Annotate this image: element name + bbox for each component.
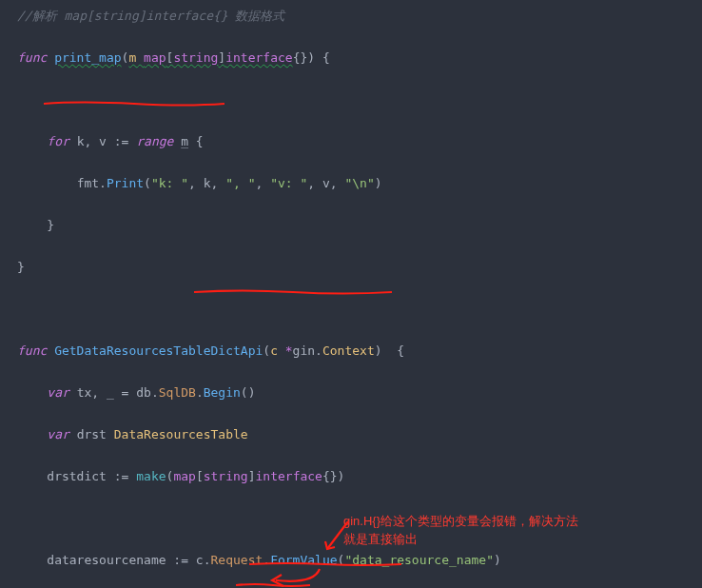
code-line: drstdict := make(map[string]interface{}) xyxy=(17,466,702,487)
code-line: func print_map(m map[string]interface{})… xyxy=(17,48,702,69)
code-block: //解析 map[string]interface{} 数据格式 func pr… xyxy=(0,0,702,588)
code-line: for k, v := range m { xyxy=(17,131,702,152)
code-line: dataresourcename := c.Request.FormValue(… xyxy=(17,550,702,571)
code-line: //解析 map[string]interface{} 数据格式 xyxy=(17,6,702,27)
code-line: var drst DataResourcesTable xyxy=(17,424,702,445)
code-line: } xyxy=(17,257,702,278)
code-line xyxy=(17,299,702,320)
code-line: func GetDataResourcesTableDictApi(c *gin… xyxy=(17,341,702,362)
code-line: var tx, _ = db.SqlDB.Begin() xyxy=(17,382,702,403)
code-line: } xyxy=(17,215,702,236)
code-line xyxy=(17,89,702,110)
comment: //解析 map[string]interface{} 数据格式 xyxy=(17,9,285,23)
code-line: fmt.Print("k: ", k, ", ", "v: ", v, "\n"… xyxy=(17,173,702,194)
code-line xyxy=(17,508,702,529)
